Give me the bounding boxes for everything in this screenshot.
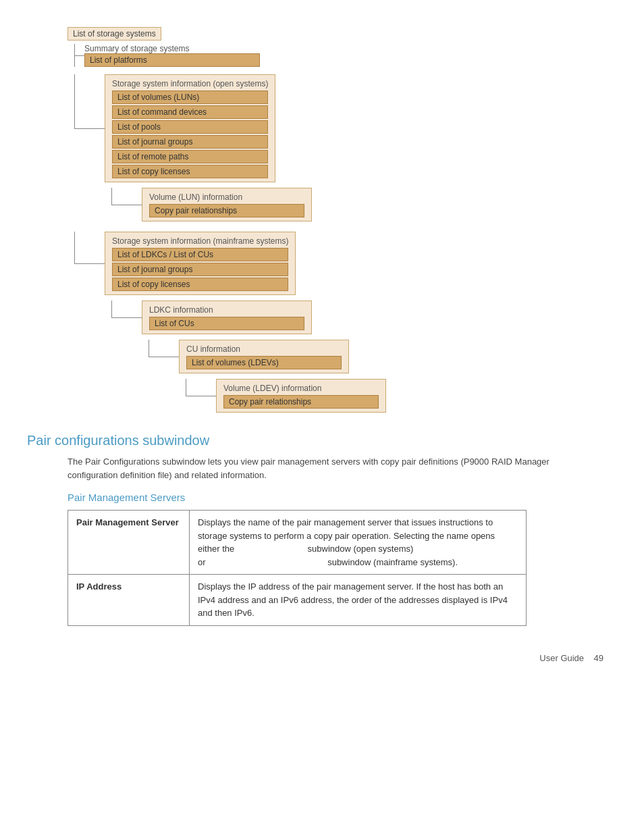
- box-list-storage-systems: List of storage systems: [68, 27, 161, 41]
- label-ldkc-info: LDKC information: [149, 305, 213, 315]
- box-list-cus: List of CUs: [149, 317, 304, 330]
- box-ldkcs-cus: List of LDKCs / List of CUs: [112, 248, 288, 261]
- box-pools: List of pools: [112, 120, 268, 134]
- col-header-ip: IP Address: [68, 575, 190, 626]
- pair-config-description: The Pair Configurations subwindow lets y…: [68, 455, 574, 481]
- tree-diagram: List of storage systems Summary of stora…: [68, 27, 617, 413]
- col-desc-pair-mgmt: Displays the name of the pair management…: [190, 511, 527, 575]
- table-row-ip-address: IP Address Displays the IP address of th…: [68, 575, 527, 626]
- label-open-systems: Storage system information (open systems…: [112, 79, 268, 88]
- label-cu-info: CU information: [186, 344, 240, 354]
- box-copy-pair-open: Copy pair relationships: [149, 204, 304, 217]
- box-command-devices: List of command devices: [112, 105, 268, 119]
- box-journal-groups-open: List of journal groups: [112, 135, 268, 149]
- pair-mgmt-table: Pair Management Server Displays the name…: [68, 510, 527, 626]
- box-copy-pair-ldev: Copy pair relationships: [223, 395, 379, 409]
- col-desc-ip: Displays the IP address of the pair mana…: [190, 575, 527, 626]
- pair-mgmt-heading: Pair Management Servers: [68, 492, 617, 503]
- pair-config-heading: Pair configurations subwindow: [27, 433, 617, 448]
- label-ldev-info: Volume (LDEV) information: [223, 384, 321, 393]
- label-mainframe-systems: Storage system information (mainframe sy…: [112, 236, 288, 246]
- label-summary-storage: Summary of storage systems: [84, 44, 260, 53]
- footer-label: User Guide: [539, 653, 584, 663]
- page-footer: User Guide 49: [27, 653, 617, 663]
- box-list-platforms: List of platforms: [84, 53, 260, 67]
- box-remote-paths: List of remote paths: [112, 150, 268, 163]
- label-lun-info: Volume (LUN) information: [149, 192, 242, 202]
- box-copy-licenses-open: List of copy licenses: [112, 165, 268, 178]
- table-row-pair-mgmt-server: Pair Management Server Displays the name…: [68, 511, 527, 575]
- box-volumes-luns: List of volumes (LUNs): [112, 90, 268, 104]
- box-list-ldevs: List of volumes (LDEVs): [186, 356, 342, 369]
- box-copy-licenses-main: List of copy licenses: [112, 278, 288, 291]
- footer-page: 49: [594, 653, 603, 663]
- col-header-pair-mgmt: Pair Management Server: [68, 511, 190, 575]
- box-journal-groups-main: List of journal groups: [112, 263, 288, 276]
